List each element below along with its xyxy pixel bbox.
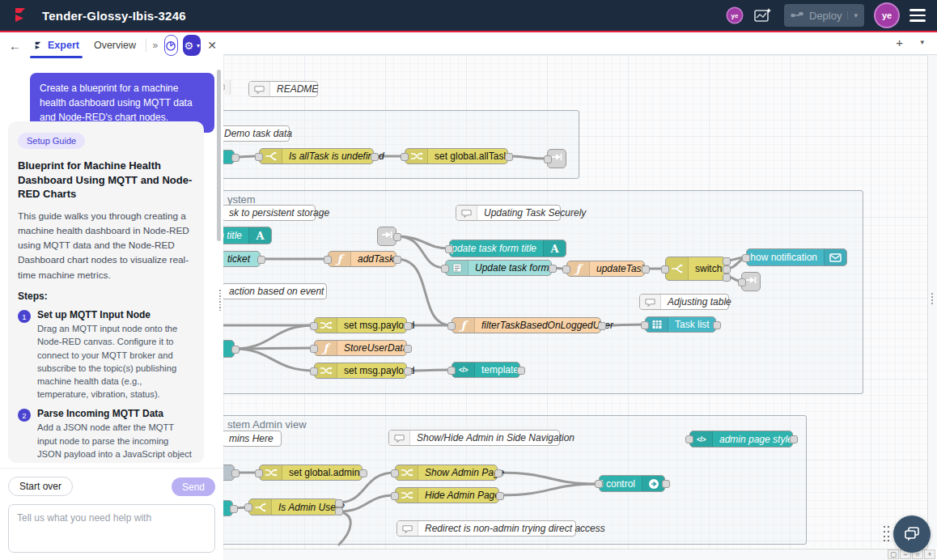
node-storeuserdata[interactable]: ƒStoreUserData <box>314 340 407 356</box>
port[interactable] <box>496 492 504 500</box>
link-out-node-1[interactable] <box>547 149 566 168</box>
sidebar-resize-grip[interactable] <box>931 293 933 304</box>
node-template[interactable]: </>template <box>452 362 520 378</box>
start-over-button[interactable]: Start over <box>8 477 73 496</box>
port[interactable] <box>505 153 513 161</box>
deploy-caret-icon[interactable]: ▾ <box>847 11 858 19</box>
avatar-large[interactable]: ye <box>876 4 898 27</box>
port[interactable] <box>391 469 399 477</box>
zoom-fit-button[interactable]: ▢ <box>888 549 899 559</box>
comment-admins-here[interactable]: mins Here <box>223 431 282 447</box>
port[interactable] <box>595 480 603 488</box>
port[interactable] <box>517 367 525 375</box>
port[interactable] <box>335 499 343 507</box>
tab-overview[interactable]: Overview <box>89 32 141 58</box>
settings-dropdown-button[interactable]: ⚙▾ <box>183 35 201 56</box>
add-flow-button[interactable]: + <box>896 36 903 49</box>
port[interactable] <box>598 322 606 330</box>
flow-canvas[interactable]: + ▾ ystemstem Admin viewREADMEDemo task … <box>223 32 937 560</box>
chat-fab-drag-handle[interactable] <box>884 526 890 542</box>
zoom-in-button[interactable]: + <box>924 549 935 559</box>
node-set-global-admins[interactable]: set global.admins <box>259 465 363 481</box>
node-task-list[interactable]: Task list <box>645 316 716 333</box>
node-show-notification[interactable]: show notification <box>746 248 847 266</box>
panel-resize-handle[interactable] <box>219 290 223 308</box>
port[interactable] <box>742 254 750 262</box>
port[interactable] <box>393 233 401 241</box>
node-show-admin-page[interactable]: Show Admin Page <box>395 465 498 481</box>
port[interactable] <box>661 265 669 274</box>
port[interactable] <box>231 469 240 477</box>
node-set-msg-payload-1[interactable]: set msg.payload <box>314 317 407 333</box>
node-updatetask[interactable]: ƒupdateTask <box>566 261 645 277</box>
usage-pie-button[interactable] <box>164 35 178 56</box>
send-button[interactable]: Send <box>172 477 215 496</box>
avatar-small[interactable]: ye <box>727 8 742 23</box>
port[interactable] <box>359 469 367 477</box>
main-menu-icon[interactable] <box>909 9 926 22</box>
port[interactable] <box>324 256 332 264</box>
vertical-scrollbar[interactable] <box>927 55 937 549</box>
port[interactable] <box>790 435 798 443</box>
port[interactable] <box>257 256 265 264</box>
port[interactable] <box>723 257 731 265</box>
port[interactable] <box>685 435 693 443</box>
port[interactable] <box>310 322 318 330</box>
edge-node-2[interactable] <box>223 340 235 358</box>
node-is-alltask-undefined[interactable]: Is allTask is undefined <box>259 148 374 164</box>
edge-node-3[interactable] <box>223 465 235 481</box>
port[interactable] <box>723 274 731 282</box>
node-update-task-form[interactable]: Update task form <box>445 260 552 276</box>
port[interactable] <box>244 503 252 511</box>
port[interactable] <box>255 469 263 477</box>
port[interactable] <box>335 507 343 515</box>
port[interactable] <box>391 492 399 500</box>
comment-updating-task-securely[interactable]: Updating Task Securely <box>456 205 561 221</box>
port[interactable] <box>230 505 238 513</box>
port[interactable] <box>310 345 318 353</box>
port[interactable] <box>445 245 453 253</box>
comment-demo-task-data[interactable]: Demo task data <box>223 125 290 142</box>
port[interactable] <box>641 321 649 329</box>
deploy-button[interactable]: Deploy ▾ <box>784 4 864 27</box>
tab-expert[interactable]: Expert <box>28 32 84 58</box>
edge-node-4[interactable] <box>223 500 233 516</box>
node-filter-task-by-logged-user[interactable]: ƒfilterTaskBasedOnLoggedUser <box>452 317 601 333</box>
port[interactable] <box>231 346 240 354</box>
node-admin-page-style[interactable]: </>admin page style <box>689 431 793 448</box>
node-hide-admin-page[interactable]: Hide Admin Page <box>395 487 499 503</box>
comment-readme[interactable]: README <box>248 81 318 97</box>
port[interactable] <box>371 153 379 161</box>
port[interactable] <box>441 265 449 273</box>
node-switch[interactable]: switch <box>665 257 726 281</box>
node-is-admin-user[interactable]: Is Admin User? <box>248 498 338 515</box>
port[interactable] <box>713 321 721 329</box>
link-node-2[interactable] <box>377 227 396 246</box>
port[interactable] <box>642 265 650 274</box>
comment-action-based-on-event[interactable]: action based on event <box>223 283 327 299</box>
close-icon[interactable]: ✕ <box>207 39 217 52</box>
panel-scrollbar[interactable] <box>217 70 221 241</box>
assistant-screenshot-icon[interactable] <box>753 7 773 23</box>
comment-show-hide-admin[interactable]: Show/Hide Admin in Side Navigation <box>388 430 560 446</box>
node-addtask[interactable]: ƒaddTask <box>328 251 396 267</box>
port[interactable] <box>404 345 412 353</box>
comment-adjusting-table[interactable]: Adjusting table <box>639 294 729 310</box>
port[interactable] <box>447 367 456 375</box>
help-input[interactable] <box>8 504 215 553</box>
horizontal-scrollbar[interactable] <box>223 549 927 560</box>
chat-fab-button[interactable] <box>893 515 931 553</box>
flow-list-caret-icon[interactable]: ▾ <box>920 38 924 46</box>
port[interactable] <box>544 155 552 163</box>
port[interactable] <box>310 367 318 375</box>
port[interactable] <box>401 153 409 161</box>
port[interactable] <box>738 278 746 286</box>
port[interactable] <box>404 367 412 375</box>
node-ui-control[interactable]: ui control <box>599 475 665 492</box>
port[interactable] <box>231 154 240 162</box>
link-out-node-3[interactable] <box>741 272 761 291</box>
port[interactable] <box>447 322 456 330</box>
port[interactable] <box>662 480 670 488</box>
node-ticket[interactable]: ticket <box>223 251 261 267</box>
node-update-task-form-title[interactable]: AUpdate task form title <box>449 240 566 257</box>
